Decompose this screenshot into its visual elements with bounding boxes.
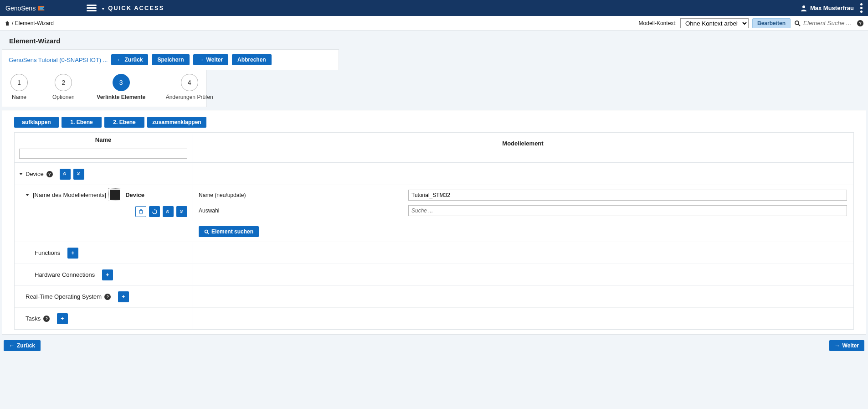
quick-access-label: QUICK ACCESS	[108, 5, 164, 11]
step-circle: 2	[55, 74, 72, 91]
trash-icon	[139, 209, 144, 214]
search-element-button[interactable]: Element suchen	[199, 226, 259, 237]
logo-text: GenoSens	[5, 5, 36, 12]
help-icon[interactable]: ?	[857, 20, 863, 26]
tasks-label: Tasks	[26, 315, 41, 322]
refresh-icon	[152, 209, 157, 214]
tree-row-device: Device ?	[15, 163, 853, 185]
arrow-left-icon	[117, 57, 122, 63]
wizard-steps: 1 Name 2 Optionen 3 Verlinkte Elemente 4…	[2, 70, 207, 107]
quick-access-menu[interactable]: QUICK ACCESS	[102, 5, 164, 11]
auswahl-input[interactable]	[408, 205, 847, 216]
collapse-level-button[interactable]	[163, 206, 174, 217]
search-input[interactable]	[803, 20, 853, 26]
add-rtos-button[interactable]: +	[118, 291, 129, 302]
tree-row-functions: Functions +	[15, 242, 853, 264]
home-icon[interactable]	[5, 21, 10, 26]
form-name-label: Name (neu/update)	[199, 192, 408, 198]
breadcrumb: / Element-Wizard	[5, 20, 54, 26]
name-input[interactable]	[408, 190, 847, 201]
plus-icon: +	[106, 272, 109, 278]
caret-icon[interactable]	[19, 173, 23, 175]
tree-row-hardware: Hardware Connections +	[15, 264, 853, 285]
name-filter-input[interactable]	[19, 149, 187, 159]
step-4[interactable]: 4 Änderungen Prüfen	[168, 74, 211, 100]
col-name-header: Name	[15, 133, 192, 147]
double-up-icon	[63, 171, 67, 177]
user-icon	[800, 5, 807, 12]
app-logo: GenoSens	[5, 5, 46, 12]
back-button[interactable]: Zurück	[111, 54, 148, 65]
user-menu[interactable]: Max Musterfrau	[800, 5, 854, 12]
delete-button[interactable]	[135, 206, 146, 217]
kebab-menu-icon[interactable]	[860, 3, 863, 13]
step-2[interactable]: 2 Optionen	[52, 74, 75, 100]
svg-point-1	[795, 21, 799, 25]
logo-shape-icon	[37, 5, 46, 11]
plus-icon: +	[61, 316, 64, 322]
help-icon[interactable]: ?	[46, 171, 53, 177]
help-icon[interactable]: ?	[104, 294, 111, 300]
footer-back-button[interactable]: Zurück	[4, 340, 41, 351]
help-icon[interactable]: ?	[43, 316, 50, 322]
collapse-all-button[interactable]: zusammenklappen	[147, 117, 206, 128]
app-header: GenoSens QUICK ACCESS Max Musterfrau	[0, 0, 868, 16]
rtos-label: Real-Time Operating System	[26, 293, 102, 300]
collapse-level-button[interactable]	[60, 169, 71, 180]
project-link[interactable]: GenoSens Tutorial (0-SNAPSHOT) ...	[9, 57, 108, 63]
arrow-left-icon	[9, 342, 15, 349]
wizard-toolbar: GenoSens Tutorial (0-SNAPSHOT) ... Zurüc…	[2, 49, 339, 70]
svg-point-0	[802, 5, 805, 8]
grid-head: Name Modellelement	[15, 133, 853, 163]
plus-icon: +	[122, 294, 125, 300]
double-down-icon	[77, 171, 81, 177]
functions-label: Functions	[35, 249, 60, 256]
double-up-icon	[166, 208, 170, 215]
chevron-down-icon	[102, 5, 105, 11]
add-task-button[interactable]: +	[57, 313, 68, 324]
form-auswahl-label: Auswahl	[199, 207, 408, 214]
step-label: Name	[12, 94, 26, 100]
expand-all-button[interactable]: aufklappen	[14, 117, 59, 128]
add-function-button[interactable]: +	[67, 248, 78, 259]
refresh-button[interactable]	[149, 206, 160, 217]
context-select[interactable]: Ohne Kontext arbeiten	[680, 18, 749, 28]
step-circle: 1	[10, 74, 28, 91]
step-1[interactable]: 1 Name	[10, 74, 28, 100]
arrow-right-icon	[199, 57, 204, 63]
svg-line-4	[207, 233, 209, 234]
step-3[interactable]: 3 Verlinkte Elemente	[99, 74, 143, 100]
element-grid: Name Modellelement Device ?	[14, 132, 854, 330]
step-label: Verlinkte Elemente	[97, 94, 145, 100]
tree-actions: aufklappen 1. Ebene 2. Ebene zusammenkla…	[2, 110, 866, 132]
tree-row-rtos: Real-Time Operating System ? +	[15, 285, 853, 307]
cancel-button[interactable]: Abbrechen	[232, 54, 272, 65]
next-button[interactable]: Weiter	[193, 54, 228, 65]
chip-icon	[110, 190, 120, 200]
caret-icon[interactable]	[26, 194, 29, 196]
global-search[interactable]	[794, 20, 853, 26]
level2-button[interactable]: 2. Ebene	[104, 117, 144, 128]
breadcrumb-text: / Element-Wizard	[12, 20, 54, 26]
expand-level-button[interactable]	[73, 169, 84, 180]
step-circle: 3	[113, 74, 130, 91]
plus-icon: +	[71, 250, 74, 256]
arrow-right-icon	[835, 342, 840, 349]
main-panel: aufklappen 1. Ebene 2. Ebene zusammenkla…	[2, 110, 866, 335]
footer-next-button[interactable]: Weiter	[829, 340, 864, 351]
double-down-icon	[180, 208, 184, 215]
search-icon	[794, 20, 801, 26]
level1-button[interactable]: 1. Ebene	[62, 117, 102, 128]
search-icon	[204, 229, 209, 234]
username-label: Max Musterfrau	[810, 5, 854, 11]
step-label: Optionen	[52, 94, 75, 100]
svg-line-2	[798, 24, 800, 26]
element-type-label: Device	[125, 192, 144, 198]
edit-button[interactable]: Bearbeiten	[752, 18, 791, 28]
save-button[interactable]: Speichern	[152, 54, 189, 65]
step-circle: 4	[181, 74, 198, 91]
hamburger-menu-icon[interactable]	[87, 5, 97, 11]
add-hardware-button[interactable]: +	[102, 269, 113, 280]
step-label: Änderungen Prüfen	[166, 94, 213, 100]
expand-level-button[interactable]	[176, 206, 187, 217]
